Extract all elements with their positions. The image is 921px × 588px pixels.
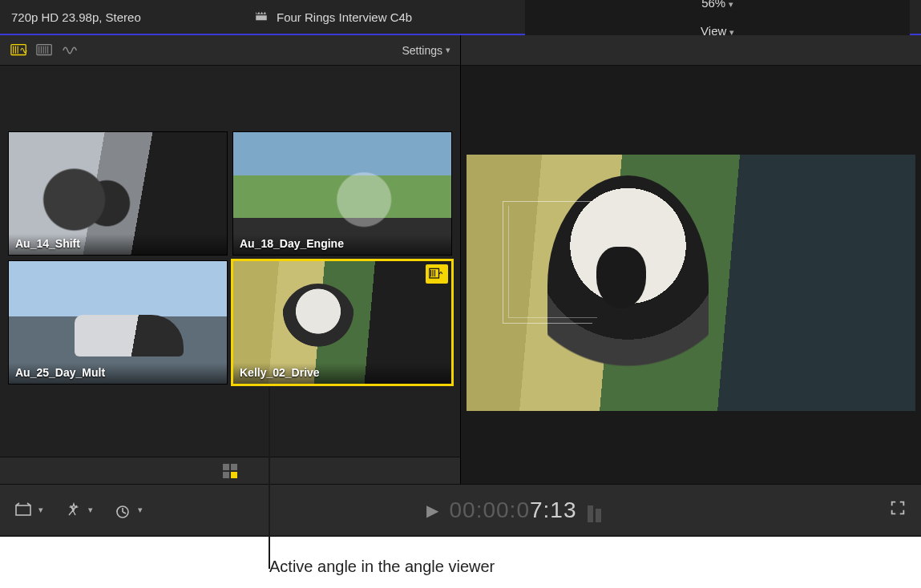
effects-menu[interactable]: ▾ (64, 502, 93, 518)
audio-meter-icon (588, 498, 605, 522)
chevron-down-icon: ▾ (138, 505, 143, 515)
chevron-down-icon: ▾ (446, 45, 450, 55)
angle-label: Au_14_Shift (9, 234, 227, 255)
safe-zone-overlay (503, 201, 592, 324)
main-viewer-topbar (461, 35, 921, 66)
viewer-topbar: 720p HD 23.98p, Stereo Four Rings Interv… (0, 0, 921, 35)
fullscreen-button[interactable] (889, 499, 907, 522)
active-angle-badge-icon (426, 264, 448, 284)
angle-label: Kelly_02_Drive (233, 363, 451, 384)
angle-thumbnail[interactable]: Au_25_Day_Mult (8, 260, 228, 385)
angle-grid: Au_14_Shift Au_18_Day_Engine Au_25_Day_M… (8, 131, 452, 385)
clapperboard-icon (254, 9, 269, 26)
chevron-down-icon: ▾ (88, 505, 93, 515)
audio-mode-icon[interactable] (61, 42, 80, 58)
video-audio-mode-icon[interactable] (10, 42, 29, 58)
main-viewer (461, 35, 921, 484)
viewer-window: 720p HD 23.98p, Stereo Four Rings Interv… (0, 0, 921, 537)
angle-thumbnail[interactable]: Au_18_Day_Engine (232, 131, 452, 256)
clip-title: Four Rings Interview C4b (277, 10, 412, 24)
chevron-down-icon: ▾ (729, 0, 733, 9)
angle-settings-menu[interactable]: Settings▾ (402, 44, 450, 57)
angle-viewer: Settings▾ Au_14_Shift Au_18_Day_Engine (0, 35, 461, 484)
video-mode-icon[interactable] (35, 42, 55, 58)
angle-label: Au_18_Day_Engine (233, 234, 451, 255)
callout-leader-line (269, 388, 270, 537)
transport-toolbar: ▾ ▾ ▾ ▶ 00:00:07:13 (0, 484, 921, 535)
zoom-menu[interactable]: 56%▾ (701, 0, 733, 10)
angle-thumbnail-active[interactable]: Kelly_02_Drive (232, 260, 452, 385)
angle-mode-toolbar: Settings▾ (0, 35, 460, 66)
svg-rect-3 (16, 505, 30, 515)
clip-appearance-menu[interactable]: ▾ (14, 502, 43, 518)
timecode-display[interactable]: 00:00:07:13 (450, 497, 577, 523)
chevron-down-icon: ▾ (38, 505, 43, 515)
grid-layout-icon[interactable] (223, 464, 237, 478)
angle-viewer-footer (0, 457, 460, 484)
format-indicator: 720p HD 23.98p, Stereo (11, 10, 141, 24)
retime-menu[interactable]: ▾ (114, 502, 143, 518)
angle-label: Au_25_Day_Mult (9, 363, 227, 384)
angle-thumbnail[interactable]: Au_14_Shift (8, 131, 228, 256)
play-button[interactable]: ▶ (426, 501, 438, 520)
viewer-frame[interactable] (467, 155, 915, 411)
